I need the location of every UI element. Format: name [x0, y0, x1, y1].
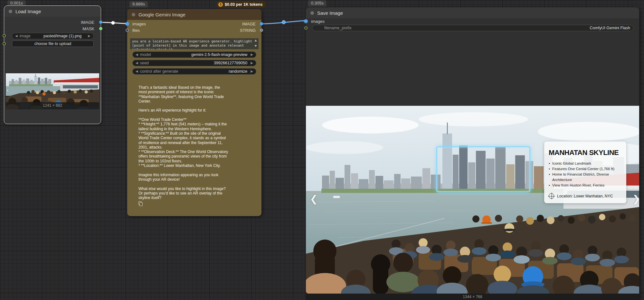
- input-dot-filename-prefix[interactable]: [304, 26, 308, 30]
- widget-label: image: [20, 34, 31, 38]
- widget-value: pasted/image (1).png: [43, 34, 81, 38]
- scroll-down-icon[interactable]: [254, 45, 257, 47]
- next-value-icon[interactable]: ▶: [251, 61, 253, 65]
- widget-value: gemini-2.5-flash-image-preview: [191, 52, 247, 57]
- node-title: Google Gemini Image: [138, 12, 185, 17]
- ar-location-row: Location: Lower Manhatan, NYC: [549, 193, 613, 199]
- output-label-image: IMAGE: [242, 22, 256, 26]
- ar-bullet-text: View from Huston River, Ferries: [552, 183, 604, 188]
- output-dot-image[interactable]: [99, 21, 102, 24]
- input-label-files: files: [132, 28, 140, 33]
- ar-bullet-text: Home to Financial District, Diverse Arch…: [552, 172, 621, 183]
- widget-label: filename_prefix: [324, 26, 352, 30]
- prev-value-icon[interactable]: ◀: [136, 70, 138, 73]
- compass-location-icon: [549, 193, 554, 199]
- widget-label: model: [140, 52, 151, 57]
- load-image-node[interactable]: Load Image IMAGE MASK ◀ image pasted/ima…: [4, 6, 101, 124]
- preview-prev-icon[interactable]: ❮: [310, 193, 318, 205]
- filename-prefix-widget[interactable]: filename_prefix ComfyUI Gemini Flash: [312, 25, 633, 31]
- collapse-dot-icon[interactable]: [132, 13, 135, 16]
- control-after-generate-widget[interactable]: ◀ control after generate randomize ▶: [132, 68, 256, 75]
- execution-time-badge: 0.305s: [308, 0, 327, 6]
- output-slot-image: IMAGE: [81, 19, 94, 25]
- preview-caption: 1344 × 768: [306, 294, 639, 300]
- bullet-icon: •: [549, 183, 550, 188]
- thumb-prev-icon[interactable]: ‹: [7, 87, 9, 94]
- ar-card-bullets: •Iconic Global Landmark •Features One Ce…: [549, 161, 621, 188]
- bullet-icon: •: [549, 161, 550, 166]
- input-slot-files: files: [132, 27, 140, 33]
- preview-next-icon[interactable]: ❯: [632, 193, 639, 205]
- next-value-icon[interactable]: ▶: [88, 34, 90, 38]
- node-graph-canvas[interactable]: 0.001s Load Image IMAGE MASK ◀ image pas…: [0, 0, 644, 300]
- save-node-header[interactable]: Save Image: [306, 7, 639, 18]
- gemini-node-header[interactable]: Google Gemini Image: [127, 9, 261, 20]
- link-dot-white[interactable]: [111, 21, 115, 25]
- next-value-icon[interactable]: ▶: [251, 70, 253, 73]
- copy-icon[interactable]: [138, 201, 143, 206]
- output-dot-image[interactable]: [260, 22, 263, 25]
- input-dot-images[interactable]: [304, 20, 308, 23]
- node-title: Save Image: [317, 10, 343, 16]
- output-label-image: IMAGE: [81, 20, 94, 25]
- collapse-dot-icon[interactable]: [9, 10, 12, 13]
- widget-label: seed: [140, 61, 149, 65]
- seed-widget[interactable]: ◀ seed 399266127789050 ▶: [132, 60, 256, 66]
- prev-value-icon[interactable]: ◀: [15, 34, 18, 38]
- choose-file-button[interactable]: choose file to upload: [12, 41, 94, 47]
- execution-time-badge: 9.888s: [129, 1, 148, 7]
- ar-card-title: MANHATAN SKYLINE: [549, 149, 621, 157]
- output-label-mask: MASK: [82, 26, 94, 31]
- ar-highlight-box: [436, 146, 530, 192]
- output-slot-image: IMAGE: [242, 21, 256, 27]
- ar-annotation-card: MANHATAN SKYLINE •Iconic Global Landmark…: [544, 141, 626, 203]
- bullet-icon: •: [549, 166, 550, 172]
- dollar-coin-icon: $: [218, 2, 223, 7]
- output-slot-mask: MASK: [82, 25, 94, 32]
- widget-label: control after generate: [140, 69, 178, 74]
- input-label-images: images: [311, 19, 325, 24]
- output-dot-string[interactable]: [260, 29, 263, 32]
- model-widget[interactable]: ◀ model gemini-2.5-flash-image-preview ▶: [132, 51, 256, 58]
- image-thumbnail: ‹ 1241 × 692: [6, 73, 99, 109]
- image-combo-widget[interactable]: ◀ image pasted/image (1).png ▶: [12, 33, 94, 39]
- input-label-images: images: [132, 22, 146, 26]
- link-gemini-to-save: [261, 21, 307, 24]
- widget-value: ComfyUI Gemini Flash: [590, 26, 630, 30]
- result-preview-image: MANHATAN SKYLINE •Iconic Global Landmark…: [306, 106, 639, 300]
- bullet-icon: •: [549, 172, 550, 183]
- input-slot-images: images: [311, 18, 325, 24]
- link-dot-blue[interactable]: [282, 21, 286, 24]
- prev-value-icon[interactable]: ◀: [136, 61, 138, 65]
- widget-value: 399266127789050: [214, 61, 247, 65]
- collapse-dot-icon[interactable]: [310, 11, 314, 15]
- pricing-label: $0.03 per 1K tokens: [225, 2, 262, 7]
- thumbnail-caption: 1241 × 692: [6, 102, 99, 109]
- ar-bullet-text: Iconic Global Landmark: [552, 161, 591, 166]
- output-dot-mask[interactable]: [99, 27, 102, 30]
- prev-value-icon[interactable]: ◀: [136, 53, 138, 56]
- scroll-up-icon[interactable]: [254, 40, 257, 41]
- node-title: Load Image: [15, 9, 41, 14]
- gemini-output-text: That's a fantastic idea! Based on the im…: [138, 85, 229, 200]
- input-dot-images[interactable]: [126, 22, 129, 25]
- ar-location-text: Location: Lower Manhatan, NYC: [557, 194, 613, 198]
- input-dot-upload[interactable]: [3, 42, 6, 45]
- widget-value: randomize: [229, 69, 247, 74]
- input-dot-image-widget[interactable]: [3, 34, 6, 37]
- prompt-textarea[interactable]: you are a location-based AR experience g…: [130, 38, 259, 49]
- pricing-badge: $ $0.03 per 1K tokens: [217, 1, 265, 8]
- input-slot-images: images: [132, 21, 146, 27]
- next-value-icon[interactable]: ▶: [251, 53, 253, 56]
- input-dot-files[interactable]: [126, 29, 129, 32]
- save-image-node[interactable]: Save Image images filename_prefix ComfyU…: [306, 7, 639, 300]
- output-slot-string: STRING: [240, 27, 256, 33]
- ar-bullet-text: Features One Cenlal Center (1,766 ft): [552, 166, 614, 172]
- output-label-string: STRING: [240, 28, 256, 33]
- load-image-node-header[interactable]: Load Image: [4, 6, 101, 17]
- gemini-image-node[interactable]: Google Gemini Image images files IMAGE S…: [127, 9, 261, 216]
